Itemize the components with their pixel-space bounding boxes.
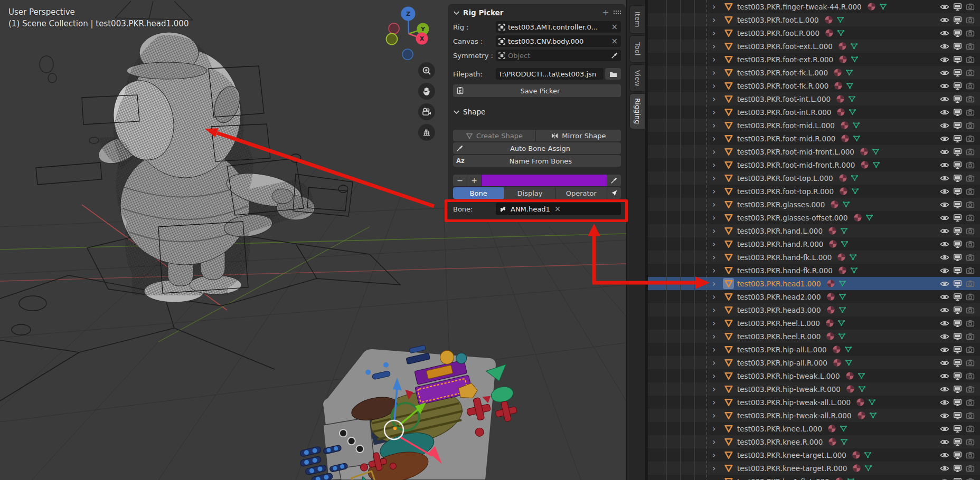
monitor-icon[interactable]: [953, 464, 962, 473]
expand-chevron[interactable]: ›: [712, 253, 723, 262]
outliner-row[interactable]: › test003.PKR.finger-tweak-44.R.000: [648, 0, 980, 13]
expand-chevron[interactable]: ›: [712, 451, 723, 459]
eye-icon[interactable]: [940, 30, 949, 37]
select-tool-button[interactable]: [607, 187, 621, 199]
eye-icon[interactable]: [940, 293, 949, 301]
eye-icon[interactable]: [940, 386, 949, 393]
monitor-icon[interactable]: [953, 121, 962, 130]
eye-icon[interactable]: [940, 122, 949, 129]
monitor-icon[interactable]: [953, 411, 962, 420]
monitor-icon[interactable]: [953, 438, 962, 446]
outliner-row[interactable]: › test003.PKR.knee-target.L.000: [648, 448, 980, 462]
expand-chevron[interactable]: ›: [712, 161, 723, 169]
expand-chevron[interactable]: ›: [712, 135, 723, 143]
eye-icon[interactable]: [940, 227, 949, 235]
monitor-icon[interactable]: [953, 240, 962, 248]
eye-icon[interactable]: [940, 241, 949, 248]
camera-icon[interactable]: [966, 385, 975, 393]
monitor-icon[interactable]: [953, 319, 962, 328]
monitor-icon[interactable]: [953, 161, 962, 169]
monitor-icon[interactable]: [953, 253, 962, 262]
camera-icon[interactable]: [966, 372, 975, 380]
outliner-row[interactable]: › test003.PKR.foot.L.000: [648, 13, 980, 26]
camera-icon[interactable]: [966, 227, 975, 235]
expand-chevron[interactable]: ›: [712, 266, 723, 275]
eye-icon[interactable]: [940, 56, 949, 63]
expand-chevron[interactable]: ›: [712, 425, 723, 433]
camera-icon[interactable]: [966, 161, 975, 169]
shape-color-swatch[interactable]: [482, 175, 607, 186]
ortho-toggle-button[interactable]: [418, 124, 435, 141]
bone-field[interactable]: ANM.head1 ×: [496, 203, 621, 215]
zoom-button[interactable]: [418, 62, 435, 79]
monitor-icon[interactable]: [953, 214, 962, 222]
monitor-icon[interactable]: [953, 425, 962, 433]
outliner-row[interactable]: › test003.PKR.glasses-offset.000: [648, 211, 980, 224]
monitor-icon[interactable]: [953, 187, 962, 196]
monitor-icon[interactable]: [953, 227, 962, 235]
eye-icon[interactable]: [940, 161, 949, 169]
filepath-field[interactable]: T:\PRODUCTI...ta\test003.jsn: [496, 68, 604, 80]
monitor-icon[interactable]: [953, 266, 962, 275]
monitor-icon[interactable]: [953, 95, 962, 103]
eye-icon[interactable]: [940, 346, 949, 353]
outliner-row[interactable]: › test003.PKR.hip-all.R.000: [648, 356, 980, 369]
expand-chevron[interactable]: ›: [712, 293, 723, 301]
tab-operator[interactable]: Operator: [556, 187, 607, 199]
eye-icon[interactable]: [940, 69, 949, 76]
expand-chevron[interactable]: ›: [712, 29, 723, 37]
outliner-row[interactable]: › test003.PKR.hip-tweak-all.L.000: [648, 396, 980, 409]
monitor-icon[interactable]: [953, 293, 962, 301]
outliner-row[interactable]: › test003.PKR.glasses.000: [648, 198, 980, 211]
eye-icon[interactable]: [940, 214, 949, 222]
eye-icon[interactable]: [940, 478, 949, 480]
outliner-row[interactable]: › test003.PKR.knee-target.R.000: [648, 462, 980, 475]
expand-chevron[interactable]: ›: [712, 319, 723, 328]
camera-icon[interactable]: [966, 95, 975, 103]
outliner-row[interactable]: › test003.PKR.foot.R.000: [648, 26, 980, 40]
monitor-icon[interactable]: [953, 148, 962, 156]
remove-color-button[interactable]: −: [453, 175, 467, 186]
expand-chevron[interactable]: ›: [712, 214, 723, 222]
monitor-icon[interactable]: [953, 345, 962, 354]
camera-icon[interactable]: [966, 451, 975, 459]
expand-chevron[interactable]: ›: [712, 411, 723, 420]
tab-display[interactable]: Display: [504, 187, 555, 199]
expand-chevron[interactable]: ›: [712, 332, 723, 341]
camera-icon[interactable]: [966, 253, 975, 261]
navigation-gizmo[interactable]: Z Y X: [384, 5, 435, 62]
camera-icon[interactable]: [966, 398, 975, 406]
expand-chevron[interactable]: ›: [712, 121, 723, 130]
outliner-row[interactable]: › test003.PKR.hip-tweak.L.000: [648, 369, 980, 382]
camera-icon[interactable]: [966, 3, 975, 11]
outliner-row[interactable]: › test003.PKR.foot-top.L.000: [648, 171, 980, 185]
camera-icon[interactable]: [966, 425, 975, 433]
chevron-down-icon[interactable]: [453, 109, 460, 116]
outliner-row[interactable]: › test003.PKR.foot-ext.R.000: [648, 53, 980, 66]
camera-icon[interactable]: [966, 280, 975, 287]
outliner-row[interactable]: › test003.PKR.head1.000: [648, 277, 980, 290]
camera-icon[interactable]: [966, 464, 975, 472]
monitor-icon[interactable]: [953, 108, 962, 117]
expand-chevron[interactable]: ›: [712, 359, 723, 367]
outliner-row[interactable]: › test003.PKR.foot-mid.L.000: [648, 119, 980, 132]
expand-chevron[interactable]: ›: [712, 69, 723, 77]
outliner-row[interactable]: › test003.PKR.head3.000: [648, 303, 980, 316]
monitor-icon[interactable]: [953, 200, 962, 209]
outliner-row[interactable]: › test003.PKR.foot-top.R.000: [648, 185, 980, 198]
clear-bone-icon[interactable]: ×: [554, 205, 562, 213]
tab-tool[interactable]: Tool: [629, 35, 645, 63]
dots-grid-icon[interactable]: [614, 10, 621, 15]
add-color-button[interactable]: +: [467, 175, 481, 186]
eye-icon[interactable]: [940, 267, 949, 274]
eye-icon[interactable]: [940, 320, 949, 327]
camera-icon[interactable]: [966, 306, 975, 314]
camera-icon[interactable]: [966, 240, 975, 248]
outliner-row[interactable]: › test003.PKR.foot-fk.L.000: [648, 66, 980, 79]
camera-icon[interactable]: [966, 29, 975, 37]
expand-chevron[interactable]: ›: [712, 55, 723, 64]
camera-icon[interactable]: [966, 214, 975, 222]
monitor-icon[interactable]: [953, 16, 962, 24]
outliner-row[interactable]: › test003.PKR.hand.R.000: [648, 237, 980, 251]
monitor-icon[interactable]: [953, 55, 962, 64]
